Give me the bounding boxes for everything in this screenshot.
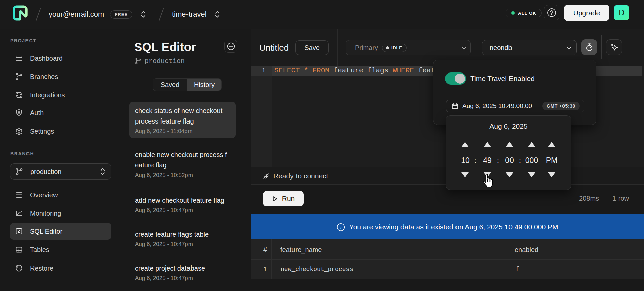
svg-text:i: i [340,225,341,230]
